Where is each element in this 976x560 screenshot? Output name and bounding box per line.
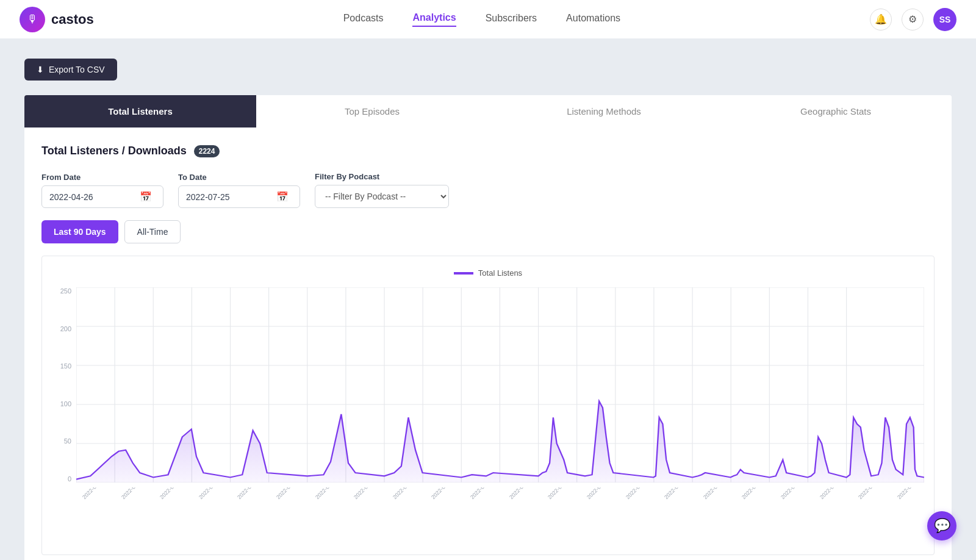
nav-automations[interactable]: Automations [566,13,620,26]
y-axis: 250 200 150 100 50 0 [52,287,76,483]
chat-icon: 💬 [934,518,950,534]
x-axis: 2022-04-26 2022-04-30 2022-05-04 2022-05… [81,487,924,524]
x-label-4: 2022-05-12 [236,487,282,522]
tab-top-episodes[interactable]: Top Episodes [256,95,488,127]
x-label-5: 2022-05-16 [275,487,321,522]
x-label-18: 2022-07-11 [780,487,825,522]
logo[interactable]: 🎙 castos [20,7,94,32]
nav-podcasts[interactable]: Podcasts [343,13,384,26]
from-date-label: From Date [41,173,163,182]
y-label-150: 150 [60,362,71,370]
main-content: ⬇ Export To CSV Total Listeners Top Epis… [0,39,976,560]
tab-bar: Total Listeners Top Episodes Listening M… [24,95,952,127]
all-time-button[interactable]: All-Time [124,220,181,243]
chart-legend: Total Listens [52,268,924,278]
x-label-6: 2022-05-20 [314,487,360,522]
filter-podcast-label: Filter By Podcast [315,172,449,181]
header: 🎙 castos Podcasts Analytics Subscribers … [0,0,976,39]
y-label-200: 200 [60,325,71,332]
x-label-21: 2022-07-25 [896,487,924,522]
filter-podcast-group: Filter By Podcast -- Filter By Podcast -… [315,172,449,208]
tab-total-listeners[interactable]: Total Listeners [24,95,256,127]
x-label-19: 2022-07-15 [819,487,864,522]
x-label-9: 2022-06-01 [430,487,476,522]
x-label-11: 2022-06-09 [508,487,554,522]
export-csv-button[interactable]: ⬇ Export To CSV [24,59,117,81]
x-label-13: 2022-06-17 [586,487,631,522]
analytics-card: Total Listeners / Downloads 2224 From Da… [24,127,952,560]
export-label: Export To CSV [49,65,105,74]
export-icon: ⬇ [37,65,44,74]
x-label-2: 2022-05-04 [159,487,204,522]
nav-subscribers[interactable]: Subscribers [486,13,537,26]
from-date-input[interactable] [49,192,135,202]
main-nav: Podcasts Analytics Subscribers Automatio… [343,12,620,27]
x-label-16: 2022-06-30 [702,487,748,522]
x-label-15: 2022-06-26 [663,487,709,522]
x-label-0: 2022-04-26 [81,487,127,522]
settings-button[interactable]: ⚙ [902,9,924,31]
x-label-1: 2022-04-30 [120,487,166,522]
quick-filter-buttons: Last 90 Days All-Time [41,220,935,243]
legend-line-icon [454,272,473,275]
nav-analytics[interactable]: Analytics [412,12,456,27]
from-date-calendar-icon[interactable]: 📅 [140,191,152,203]
header-actions: 🔔 ⚙ SS [870,8,956,31]
legend-label-text: Total Listens [478,268,522,278]
x-label-14: 2022-06-21 [625,487,670,522]
x-label-10: 2022-06-05 [469,487,515,522]
to-date-label: To Date [178,173,300,182]
chart-wrapper: 250 200 150 100 50 0 [52,287,924,483]
card-title-row: Total Listeners / Downloads 2224 [41,145,935,157]
from-date-input-wrapper: 📅 [41,185,163,208]
to-date-group: To Date 📅 [178,173,300,208]
last-90-days-button[interactable]: Last 90 Days [41,220,118,243]
x-label-17: 2022-07-06 [741,487,786,522]
logo-icon: 🎙 [20,7,45,32]
x-label-20: 2022-07-19 [857,487,903,522]
y-label-250: 250 [60,287,71,295]
chat-support-button[interactable]: 💬 [927,511,956,540]
tab-listening-methods[interactable]: Listening Methods [488,95,720,127]
tab-geographic-stats[interactable]: Geographic Stats [720,95,952,127]
notification-button[interactable]: 🔔 [870,9,892,31]
filter-podcast-select[interactable]: -- Filter By Podcast -- [315,185,449,208]
y-label-0: 0 [68,475,71,483]
count-badge: 2224 [194,145,220,157]
x-label-8: 2022-05-28 [392,487,437,522]
chart-svg [76,287,924,483]
logo-text: castos [51,12,94,27]
to-date-calendar-icon[interactable]: 📅 [276,191,289,203]
to-date-input-wrapper: 📅 [178,185,300,208]
x-label-7: 2022-05-24 [353,487,398,522]
chart-svg-wrapper [76,287,924,483]
card-title-text: Total Listeners / Downloads [41,145,187,157]
y-label-50: 50 [64,437,71,445]
user-avatar[interactable]: SS [933,8,956,31]
chart-container: Total Listens 250 200 150 100 50 0 [41,256,935,555]
x-label-3: 2022-05-08 [198,487,243,522]
x-label-12: 2022-06-13 [547,487,592,522]
from-date-group: From Date 📅 [41,173,163,208]
filters-row: From Date 📅 To Date 📅 Filter By Podcast … [41,172,935,208]
y-label-100: 100 [60,400,71,407]
to-date-input[interactable] [186,192,271,202]
